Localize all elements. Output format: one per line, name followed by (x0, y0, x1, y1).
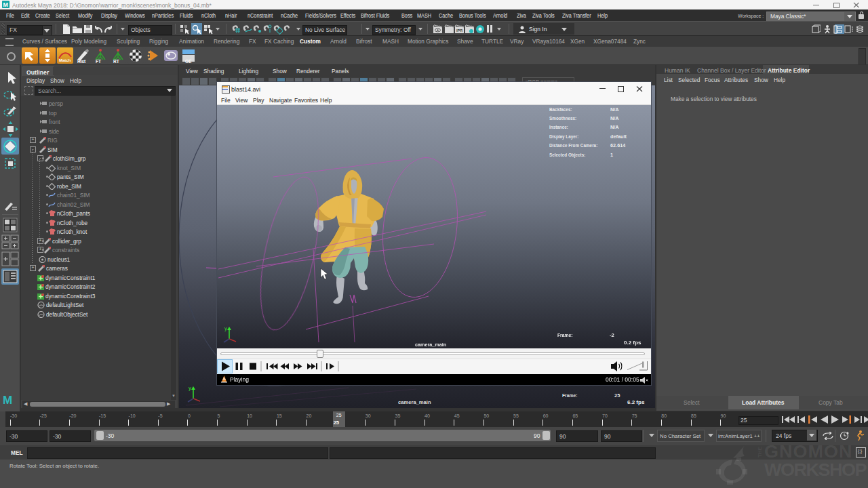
svg-text:FT: FT (96, 59, 101, 64)
svg-text:GE: GE (185, 59, 192, 64)
svg-text:Hist: Hist (77, 59, 86, 64)
svg-text:GNOMON: GNOMON (764, 441, 852, 461)
svg-text:RT: RT (113, 59, 119, 64)
svg-text:Match: Match (59, 58, 71, 62)
svg-text:y: y (189, 385, 191, 391)
svg-text:IPR: IPR (456, 28, 462, 33)
svg-text:y: y (224, 325, 227, 331)
svg-text:THE: THE (757, 446, 763, 458)
svg-text:WORKSHOP: WORKSHOP (764, 460, 867, 480)
